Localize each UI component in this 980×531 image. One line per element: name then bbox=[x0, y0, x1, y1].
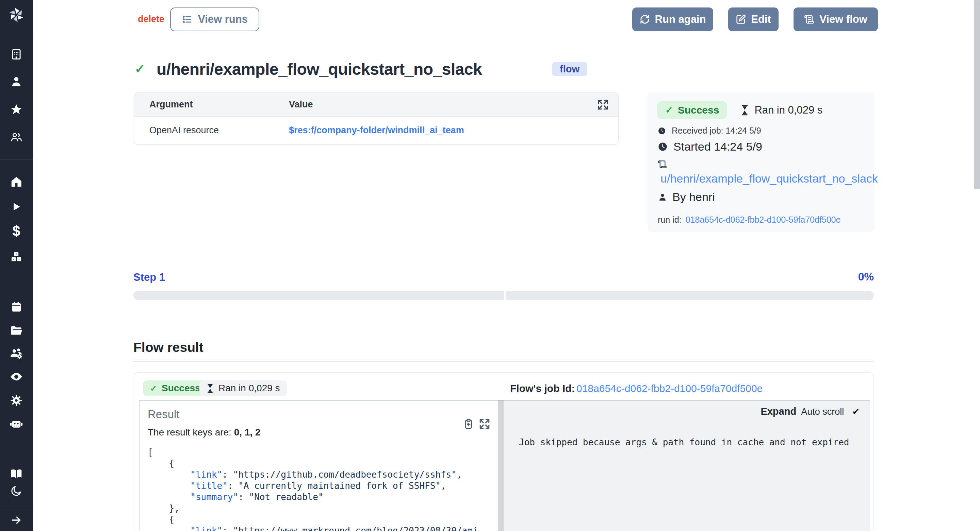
scrollbar-thumb[interactable] bbox=[974, 0, 980, 189]
result-status-label: Success bbox=[162, 383, 200, 394]
refresh-icon bbox=[640, 14, 650, 24]
list-icon bbox=[182, 14, 192, 25]
flow-path-link[interactable]: u/henri/example_flow_quickstart_no_slack bbox=[660, 172, 878, 185]
windmill-logo-icon[interactable] bbox=[8, 6, 25, 24]
page-scrollbar bbox=[974, 0, 980, 531]
edit-button[interactable]: Edit bbox=[728, 8, 778, 31]
workspace-icon[interactable] bbox=[10, 48, 23, 61]
flow-scroll-icon bbox=[804, 14, 814, 24]
flow-job-id-label: Flow's job Id: bbox=[510, 383, 575, 394]
step-1-label[interactable]: Step 1 bbox=[134, 271, 165, 284]
view-flow-button[interactable]: View flow bbox=[794, 8, 878, 31]
table-row: OpenAI resource $res:f/company-folder/wi… bbox=[134, 117, 618, 144]
column-argument: Argument bbox=[134, 99, 289, 110]
status-label: Success bbox=[678, 105, 719, 116]
auto-scroll-check-icon[interactable]: ✔ bbox=[852, 407, 859, 417]
flow-result-card: ✓ Success Ran in 0,029 s Flow's job Id: … bbox=[134, 372, 874, 531]
pane-splitter[interactable] bbox=[498, 401, 504, 531]
argument-name: OpenAI resource bbox=[134, 125, 289, 136]
result-keys-line: The result keys are: 0, 1, 2 bbox=[148, 427, 498, 438]
flow-result-heading: Flow result bbox=[134, 340, 204, 355]
column-value: Value bbox=[289, 99, 618, 110]
run-again-label: Run again bbox=[655, 13, 706, 25]
flow-type-badge: flow bbox=[552, 62, 587, 76]
started-label: Started 14:24 5/9 bbox=[673, 140, 762, 153]
copy-to-clipboard-icon[interactable] bbox=[463, 418, 474, 430]
user-icon[interactable] bbox=[10, 75, 23, 88]
sidebar-divider bbox=[0, 506, 33, 506]
check-icon: ✓ bbox=[150, 384, 157, 393]
hourglass-icon bbox=[740, 105, 749, 116]
check-icon: ✓ bbox=[665, 105, 673, 116]
auto-scroll-toggle[interactable]: Auto scroll bbox=[801, 407, 844, 417]
sidebar: $ bbox=[0, 0, 33, 531]
sidebar-divider bbox=[0, 36, 33, 36]
arguments-table: Argument Value OpenAI resource $res:f/co… bbox=[134, 92, 619, 144]
ai-robot-icon[interactable] bbox=[9, 417, 24, 431]
resources-boxes-icon[interactable] bbox=[10, 250, 23, 263]
log-expand-button[interactable]: Expand bbox=[760, 406, 796, 417]
run-id-link[interactable]: 018a654c-d062-fbb2-d100-59fa70df500e bbox=[685, 215, 840, 225]
result-title: Result bbox=[148, 408, 498, 421]
clock-icon bbox=[658, 142, 668, 152]
runs-play-icon[interactable] bbox=[11, 201, 22, 212]
view-runs-button[interactable]: View runs bbox=[170, 8, 259, 31]
progress-segment-2[interactable] bbox=[506, 291, 874, 300]
expand-table-icon[interactable] bbox=[597, 99, 609, 111]
settings-gear-icon[interactable] bbox=[10, 394, 23, 407]
windmill-run-page: $ bbox=[0, 0, 980, 531]
folders-icon[interactable] bbox=[10, 323, 23, 337]
expand-sidebar-arrow-icon[interactable] bbox=[10, 514, 22, 526]
flow-scroll-icon bbox=[658, 160, 667, 169]
page-title: u/henri/example_flow_quickstart_no_slack bbox=[156, 60, 482, 79]
result-keys-prefix: The result keys are: bbox=[148, 427, 234, 437]
log-pane: Expand Auto scroll ✔ Job skipped because… bbox=[504, 401, 870, 531]
result-pane: Result The result keys are: 0, 1, 2 bbox=[140, 401, 498, 531]
run-id-label: run id: bbox=[658, 215, 681, 225]
expand-result-icon[interactable] bbox=[479, 418, 490, 430]
edit-label: Edit bbox=[751, 13, 771, 25]
result-json: [ { "link": "https://github.com/deadbeef… bbox=[148, 447, 498, 531]
schedules-calendar-icon[interactable] bbox=[10, 301, 23, 314]
status-badge: ✓ Success bbox=[657, 101, 727, 119]
progress-segment-1[interactable] bbox=[134, 291, 504, 300]
dark-mode-moon-icon[interactable] bbox=[10, 485, 22, 497]
delete-button[interactable]: delete bbox=[138, 14, 164, 24]
result-keys-values: 0, 1, 2 bbox=[234, 427, 261, 437]
received-job-label: Received job: 14:24 5/9 bbox=[672, 126, 761, 136]
variables-dollar-icon[interactable]: $ bbox=[12, 223, 20, 239]
title-success-check-icon: ✓ bbox=[135, 62, 145, 76]
argument-value-link[interactable]: $res:f/company-folder/windmill_ai_team bbox=[289, 125, 618, 136]
view-runs-label: View runs bbox=[198, 13, 248, 25]
section-divider bbox=[134, 361, 874, 362]
members-icon[interactable] bbox=[10, 130, 23, 143]
user-icon bbox=[658, 192, 667, 202]
audit-logs-eye-icon[interactable] bbox=[9, 369, 24, 384]
by-user-label: By henri bbox=[672, 190, 715, 204]
log-output: Job skipped because args & path found in… bbox=[519, 437, 850, 447]
view-flow-label: View flow bbox=[819, 13, 867, 25]
edit-pencil-icon bbox=[736, 14, 746, 24]
result-log-split: Result The result keys are: 0, 1, 2 bbox=[139, 400, 870, 531]
progress-percent: 0% bbox=[783, 271, 874, 283]
docs-book-icon[interactable] bbox=[10, 467, 23, 480]
ran-in-label: Ran in 0,029 s bbox=[754, 104, 822, 116]
hourglass-icon bbox=[206, 384, 214, 393]
run-info-panel: ✓ Success Ran in 0,029 s Receiv bbox=[648, 92, 875, 232]
result-ran-in-badge: Ran in 0,029 s bbox=[199, 380, 287, 396]
favorites-star-icon[interactable] bbox=[10, 103, 23, 116]
run-again-button[interactable]: Run again bbox=[632, 8, 713, 31]
flow-job-id-link[interactable]: 018a654c-d062-fbb2-d100-59fa70df500e bbox=[576, 383, 762, 394]
result-status-badge: ✓ Success bbox=[143, 380, 207, 396]
workers-group-icon[interactable] bbox=[9, 346, 24, 361]
result-ran-in-label: Ran in 0,029 s bbox=[218, 383, 280, 394]
clock-icon bbox=[658, 127, 666, 135]
home-icon[interactable] bbox=[10, 175, 23, 188]
arguments-table-header: Argument Value bbox=[134, 93, 618, 117]
